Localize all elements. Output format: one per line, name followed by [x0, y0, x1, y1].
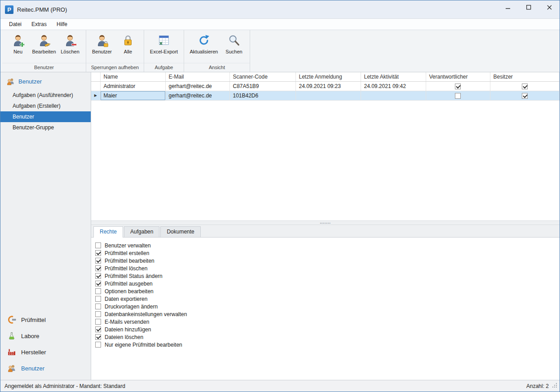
button-label: Aktualisieren	[190, 49, 218, 54]
right-checkbox[interactable]	[95, 242, 101, 248]
excel-export-button[interactable]: Excel-Export	[147, 32, 181, 54]
module-benutzer[interactable]: Benutzer	[0, 360, 91, 376]
module-pruefmittel[interactable]: Prüfmittel	[0, 312, 91, 328]
excel-export-icon	[157, 34, 171, 47]
module-labore[interactable]: Labore	[0, 328, 91, 344]
sidebar-item-aufgaben-ausführender[interactable]: Aufgaben (Ausführender)	[0, 90, 91, 101]
search-button[interactable]: Suchen	[221, 32, 247, 54]
sidebar-item-aufgaben-ersteller[interactable]: Aufgaben (Ersteller)	[0, 101, 91, 111]
module-label: Prüfmittel	[21, 317, 46, 323]
detail-panel: RechteAufgabenDokumente Benutzer verwalt…	[91, 225, 560, 380]
menu-item-extras[interactable]: Extras	[26, 19, 52, 29]
users-icon	[7, 364, 16, 373]
right-checkbox[interactable]	[95, 273, 101, 279]
caliper-icon	[7, 315, 16, 324]
button-label: Suchen	[225, 49, 242, 54]
row-marker: ▶	[91, 91, 100, 100]
right-checkbox[interactable]	[95, 296, 101, 302]
verantwortlicher-checkbox[interactable]	[455, 84, 461, 89]
cell-name[interactable]: Administrator	[100, 81, 165, 91]
right-checkbox[interactable]	[95, 342, 101, 348]
row-selector-header	[91, 72, 100, 81]
maximize-button[interactable]	[518, 0, 539, 14]
right-item: Prüfmittel bearbeiten	[95, 257, 560, 264]
right-checkbox[interactable]	[95, 250, 101, 256]
minimize-button[interactable]	[498, 0, 518, 14]
right-checkbox[interactable]	[95, 334, 101, 340]
cell-name[interactable]: Maier	[100, 91, 165, 100]
column-header-letzte-anmeldung[interactable]: Letzte Anmeldung	[295, 72, 361, 81]
user-delete-icon	[63, 34, 77, 47]
splitter-handle[interactable]	[91, 220, 560, 225]
right-checkbox[interactable]	[95, 265, 101, 271]
search-icon	[227, 34, 241, 47]
tab-aufgaben[interactable]: Aufgaben	[124, 226, 159, 237]
column-header-scanner-code[interactable]: Scanner-Code	[229, 72, 295, 81]
tab-dokumente[interactable]: Dokumente	[160, 226, 200, 237]
sidebar-item-benutzer[interactable]: Benutzer	[0, 111, 91, 122]
delete-user-button[interactable]: Löschen	[57, 32, 83, 54]
close-button[interactable]	[539, 0, 560, 14]
right-label: Prüfmittel Status ändern	[105, 273, 163, 279]
besitzer-checkbox[interactable]	[522, 84, 528, 89]
right-checkbox[interactable]	[95, 304, 101, 309]
cell-verantwortlicher	[426, 91, 490, 100]
verantwortlicher-checkbox[interactable]	[455, 93, 461, 99]
right-item: Optionen bearbeiten	[95, 287, 560, 295]
module-hersteller[interactable]: Hersteller	[0, 344, 91, 360]
unlock-user-button[interactable]: Benutzer	[89, 32, 115, 54]
column-header-name[interactable]: Name	[100, 72, 165, 81]
right-label: Prüfmittel erstellen	[105, 250, 149, 256]
menu-item-datei[interactable]: Datei	[4, 19, 26, 29]
table-row[interactable]: Administratorgerhart@reitec.deC87A51B924…	[91, 81, 560, 91]
menu-item-hilfe[interactable]: Hilfe	[52, 19, 72, 29]
flask-icon	[7, 331, 16, 340]
column-header-besitzer[interactable]: Besitzer	[490, 72, 560, 81]
cell-last-login[interactable]: 24.09.2021 09:23	[295, 81, 361, 91]
cell-email[interactable]: gerhart@reitec.de	[165, 81, 229, 91]
app-logo-icon: P	[5, 5, 13, 14]
column-header-e-mail[interactable]: E-Mail	[165, 72, 229, 81]
cell-scanner-code[interactable]: 101B42D6	[229, 91, 295, 100]
right-label: Dateien löschen	[105, 334, 143, 340]
refresh-button[interactable]: Aktualisieren	[187, 32, 221, 54]
sidebar-section-header: Benutzer	[0, 72, 91, 90]
table-row[interactable]: ▶Maiergerhart@reitec.de101B42D6	[91, 91, 560, 100]
cell-scanner-code[interactable]: C87A51B9	[229, 81, 295, 91]
user-table: NameE-MailScanner-CodeLetzte AnmeldungLe…	[91, 72, 560, 101]
right-label: Nur eigene Prüfmittel bearbeiten	[105, 342, 182, 348]
rights-list: Benutzer verwaltenPrüfmittel erstellenPr…	[91, 237, 560, 380]
besitzer-checkbox[interactable]	[522, 93, 528, 99]
right-checkbox[interactable]	[95, 288, 101, 294]
column-header-verantwortlicher[interactable]: Verantwortlicher	[426, 72, 490, 81]
right-item: Dateien löschen	[95, 333, 560, 341]
status-login-info: Angemeldet als Administrator - Mandant: …	[4, 383, 125, 389]
cell-email[interactable]: gerhart@reitec.de	[165, 91, 229, 100]
cell-last-activity[interactable]: 24.09.2021 09:42	[361, 81, 426, 91]
right-item: Prüfmittel Status ändern	[95, 272, 560, 280]
refresh-icon	[197, 34, 211, 47]
cell-last-activity[interactable]	[361, 91, 426, 100]
right-checkbox[interactable]	[95, 258, 101, 264]
window-controls	[498, 0, 560, 14]
resize-grip[interactable]	[551, 382, 558, 390]
button-label: Neu	[13, 49, 22, 54]
right-label: Prüfmittel bearbeiten	[105, 258, 154, 264]
sidebar-item-benutzer-gruppe[interactable]: Benutzer-Gruppe	[0, 122, 91, 133]
right-checkbox[interactable]	[95, 326, 101, 332]
right-checkbox[interactable]	[95, 281, 101, 286]
cell-besitzer	[490, 81, 560, 91]
tab-rechte[interactable]: Rechte	[93, 226, 123, 238]
column-header-letzte-aktivität[interactable]: Letzte Aktivität	[361, 72, 426, 81]
right-item: Nur eigene Prüfmittel bearbeiten	[95, 341, 560, 348]
edit-user-button[interactable]: Bearbeiten	[31, 32, 57, 54]
right-checkbox[interactable]	[95, 311, 101, 317]
toolbar-group-aufgabe: Excel-Export Aufgabe	[144, 30, 184, 72]
cell-last-login[interactable]	[295, 91, 361, 100]
table-header-row: NameE-MailScanner-CodeLetzte AnmeldungLe…	[91, 72, 560, 81]
unlock-all-button[interactable]: Alle	[115, 32, 141, 54]
new-user-button[interactable]: Neu	[5, 32, 31, 54]
right-checkbox[interactable]	[95, 319, 101, 325]
row-marker	[91, 81, 100, 91]
user-unlock-icon	[95, 34, 109, 47]
